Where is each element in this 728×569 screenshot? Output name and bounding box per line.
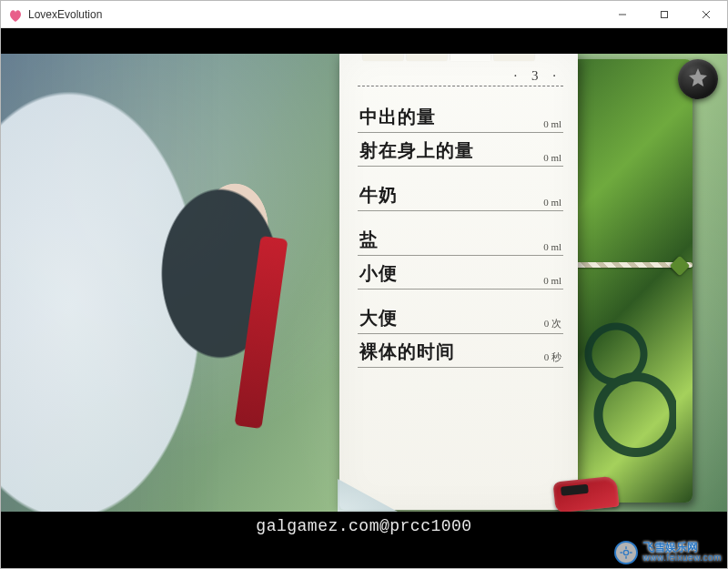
svg-rect-1 [662,11,668,17]
svg-point-4 [623,550,628,554]
stat-row: 牛奶0 ml [358,179,563,211]
stat-value: 0 秒 [544,351,561,364]
stat-label: 盐 [359,228,379,252]
stat-row: 小便0 ml [358,258,563,290]
stat-row: 裸体的时间0 秒 [358,336,563,368]
stat-label: 裸体的时间 [359,340,455,364]
stat-label: 牛奶 [359,183,398,208]
stat-label: 射在身上的量 [359,138,474,163]
stat-value: 0 ml [543,241,561,252]
app-icon [8,7,23,22]
page-tab[interactable] [407,54,447,61]
minimize-button[interactable] [602,1,643,28]
cover-ornament [576,302,676,475]
page-tabs [363,54,534,61]
page-tab[interactable] [494,54,534,61]
page-curl [338,457,438,512]
game-viewport: · 3 · 中出的量0 ml射在身上的量0 ml牛奶0 ml盐0 ml小便0 m… [1,28,727,568]
stat-value: 0 ml [543,275,561,286]
scene: · 3 · 中出的量0 ml射在身上的量0 ml牛奶0 ml盐0 ml小便0 m… [1,54,727,512]
site-watermark: 飞雪娱乐网 www.feixuew.com [614,541,722,564]
window-title: LovexEvolution [28,8,102,21]
stat-label: 小便 [359,261,398,286]
page-number: · 3 · [358,68,561,84]
watermark-text: 飞雪娱乐网 www.feixuew.com [643,542,722,563]
stat-row: 大便0 次 [358,302,563,334]
star-button[interactable] [678,59,718,99]
app-window: LovexEvolution [0,0,728,569]
titlebar[interactable]: LovexEvolution [1,1,727,28]
stat-row: 中出的量0 ml [358,101,563,133]
close-button[interactable] [685,1,727,28]
stat-label: 大便 [359,306,398,330]
maximize-button[interactable] [643,1,685,28]
stat-value: 0 ml [543,197,561,208]
star-icon [687,66,709,92]
notebook: · 3 · 中出的量0 ml射在身上的量0 ml牛奶0 ml盐0 ml小便0 m… [339,54,693,510]
notebook-page: · 3 · 中出的量0 ml射在身上的量0 ml牛奶0 ml盐0 ml小便0 m… [339,54,578,510]
stat-row: 盐0 ml [358,224,563,256]
character-art [1,54,379,512]
decorative-object [552,475,619,512]
watermark-icon [614,541,638,564]
stat-rows: 中出的量0 ml射在身上的量0 ml牛奶0 ml盐0 ml小便0 ml大便0 次… [358,101,563,368]
stat-value: 0 次 [544,317,561,330]
letterbox-top [1,28,727,54]
page-tab[interactable] [363,54,403,61]
watermark-line2: www.feixuew.com [643,554,722,564]
footer-text: galgamez.com@prcc1000 [256,517,471,535]
page-tab-active[interactable] [450,54,490,61]
stat-value: 0 ml [543,118,561,129]
page-rule [358,86,563,86]
stat-label: 中出的量 [359,105,436,129]
stat-value: 0 ml [543,152,561,163]
stat-row: 射在身上的量0 ml [358,135,563,167]
